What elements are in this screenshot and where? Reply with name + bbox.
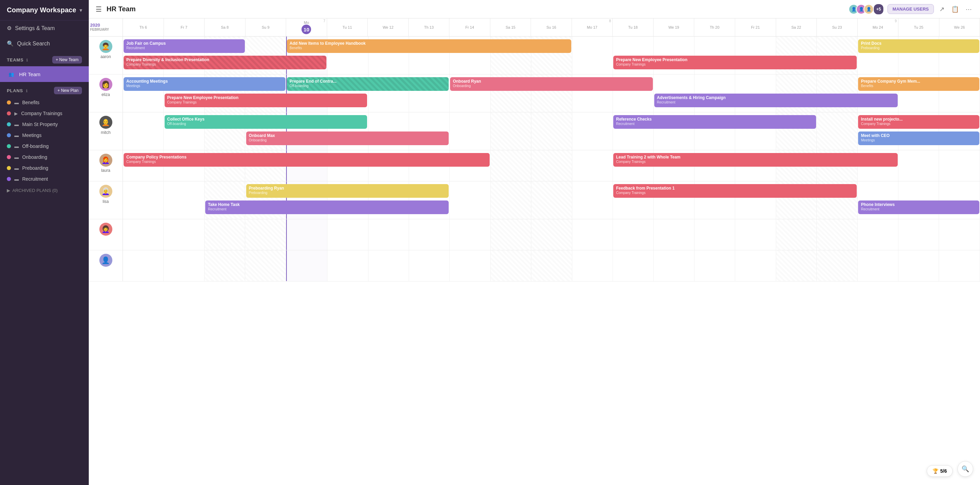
- plan-item-off-boarding[interactable]: ▬ Off-boarding: [0, 141, 89, 152]
- task-sub-eliza-4: Company Trainings: [167, 100, 365, 104]
- task-lisa-1[interactable]: Feedback from Presentation 1Company Trai…: [613, 184, 857, 198]
- task-label-lisa-3: Phone Interviews: [861, 202, 895, 207]
- task-eliza-3[interactable]: Prepare Company Gym Mem...Benefits: [858, 77, 979, 91]
- task-lisa-2[interactable]: Take Home TaskRecruitment: [205, 200, 449, 214]
- task-sub-eliza-1: Off-boarding: [290, 84, 446, 88]
- task-aaron-2[interactable]: Print DocsPreboarding: [858, 39, 979, 53]
- task-eliza-5[interactable]: Advertisements & Hiring CampaignRecruitm…: [654, 94, 898, 107]
- search-icon: 🔍: [7, 40, 14, 47]
- new-team-button[interactable]: + New Team: [52, 56, 82, 64]
- task-aaron-0[interactable]: Job Fair on CampusRecruitment: [124, 39, 245, 53]
- user-cell-aaron: 🧑‍🦱 aaron: [89, 37, 123, 74]
- task-sub-laura-0: Company Trainings: [126, 160, 487, 164]
- avatar-3: 👤: [864, 4, 874, 14]
- plan-dot-off-boarding: [7, 144, 11, 148]
- task-label-mitch-0: Collect Office Keys: [167, 117, 205, 122]
- team-name-hr: HR Team: [19, 72, 40, 77]
- task-aaron-3[interactable]: Prepare Diversity & Inclusion Presentati…: [124, 56, 326, 69]
- user-cell-mitch: 🧑‍🦲 mitch: [89, 112, 123, 150]
- plan-dot-recruitment: [7, 177, 11, 181]
- share-button[interactable]: ↗: [938, 4, 946, 14]
- task-label-laura-1: Lead Training 2 with Whole Team: [616, 155, 680, 159]
- plan-item-meetings[interactable]: ▬ Meetings: [0, 130, 89, 141]
- col-header-15: Sa 15: [490, 18, 531, 36]
- task-mitch-3[interactable]: Onboard MaxOnboarding: [246, 132, 449, 145]
- task-sub-mitch-3: Onboarding: [249, 138, 446, 142]
- plans-list: ▬ Benefits ▶ Company Trainings ▬ Main St…: [0, 97, 89, 184]
- task-sub-eliza-5: Recruitment: [657, 100, 895, 104]
- col-header-17: 8Mo 17: [572, 18, 613, 36]
- user-name-mitch: mitch: [101, 130, 111, 135]
- archived-plans[interactable]: ▶ ARCHIVED PLANS (0): [0, 184, 89, 196]
- menu-icon[interactable]: ☰: [95, 5, 102, 13]
- task-label-lisa-2: Take Home Task: [208, 202, 240, 207]
- notification-button[interactable]: 📋: [950, 4, 960, 14]
- task-label-eliza-2: Onboard Ryan: [453, 79, 481, 84]
- calendar-header-spacer: 2020 FEBRUARY: [89, 18, 123, 36]
- plan-label-onboarding: Onboarding: [22, 154, 47, 160]
- task-sub-lisa-3: Recruitment: [861, 207, 977, 211]
- task-sub-eliza-3: Benefits: [861, 84, 977, 88]
- sidebar-item-search[interactable]: 🔍 Quick Search: [0, 36, 89, 51]
- plan-item-benefits[interactable]: ▬ Benefits: [0, 97, 89, 108]
- col-header-26: We 26: [939, 18, 980, 36]
- plan-item-company-trainings[interactable]: ▶ Company Trainings: [0, 108, 89, 119]
- workspace-title[interactable]: Company Workspace ▾: [0, 0, 89, 21]
- task-mitch-4[interactable]: Meet with CEOMeetings: [858, 132, 979, 145]
- task-lisa-3[interactable]: Phone InterviewsRecruitment: [858, 200, 979, 214]
- task-mitch-0[interactable]: Collect Office KeysOff-boarding: [165, 115, 368, 129]
- plan-label-company-trainings: Company Trainings: [21, 111, 62, 116]
- task-sub-eliza-0: Meetings: [126, 84, 283, 88]
- plan-dot-main-st: [7, 122, 11, 126]
- plan-item-preboarding[interactable]: ▬ Preboarding: [0, 162, 89, 173]
- plan-item-onboarding[interactable]: ▬ Onboarding: [0, 152, 89, 162]
- task-laura-0[interactable]: Company Policy PresentationsCompany Trai…: [124, 153, 490, 167]
- team-item-hr[interactable]: 👥 HR Team: [0, 66, 89, 82]
- workspace-name: Company Workspace: [7, 6, 76, 14]
- task-aaron-1[interactable]: Add New Items to Employee HandbookBenefi…: [287, 39, 571, 53]
- task-sub-aaron-4: Company Trainings: [616, 62, 854, 66]
- task-sub-lisa-0: Preboarding: [249, 191, 446, 195]
- new-plan-button[interactable]: + New Plan: [54, 87, 82, 94]
- topbar-left: ☰ HR Team: [95, 5, 135, 13]
- plan-label-off-boarding: Off-boarding: [22, 143, 49, 149]
- plan-dot-meetings: [7, 133, 11, 137]
- cal-row-extra2: 👤: [89, 250, 980, 281]
- search-badge-button[interactable]: 🔍: [958, 461, 973, 477]
- task-lisa-0[interactable]: Preboarding RyanPreboarding: [246, 184, 449, 198]
- calendar-area[interactable]: 2020 FEBRUARY Th 6Fr 7Sa 8Su 97Mo 10Tu 1…: [89, 18, 980, 485]
- main-content: ☰ HR Team 👤 👤 👤 +5 MANAGE USERS ↗ 📋 ⋯ 20…: [89, 0, 980, 485]
- user-cell-extra1: 👩‍🦱: [89, 219, 123, 250]
- task-label-eliza-1: Prepare End of Contra...: [290, 79, 336, 84]
- cal-row-mitch: 🧑‍🦲 mitch Collect Office KeysOff-boardin…: [89, 112, 980, 150]
- task-aaron-4[interactable]: Prepare New Employee PresentationCompany…: [613, 56, 857, 69]
- task-eliza-4[interactable]: Prepare New Employee PresentationCompany…: [165, 94, 368, 107]
- plan-item-recruitment[interactable]: ▬ Recruitment: [0, 173, 89, 184]
- col-header-19: We 19: [654, 18, 695, 36]
- col-header-11: Tu 11: [327, 18, 368, 36]
- col-header-16: Su 16: [531, 18, 572, 36]
- task-eliza-0[interactable]: Accounting MeetingsMeetings: [124, 77, 285, 91]
- task-sub-laura-1: Company Trainings: [616, 160, 895, 164]
- manage-users-button[interactable]: MANAGE USERS: [888, 4, 934, 14]
- task-sub-mitch-2: Company Trainings: [861, 122, 977, 126]
- task-label-aaron-3: Prepare Diversity & Inclusion Presentati…: [126, 57, 209, 62]
- sidebar-item-settings[interactable]: ⚙ Settings & Team: [0, 21, 89, 36]
- task-eliza-2[interactable]: Onboard RyanOnboarding: [450, 77, 653, 91]
- task-eliza-1[interactable]: Prepare End of Contra...Off-boarding: [287, 77, 449, 91]
- task-label-aaron-1: Add New Items to Employee Handbook: [290, 41, 366, 46]
- topbar: ☰ HR Team 👤 👤 👤 +5 MANAGE USERS ↗ 📋 ⋯: [89, 0, 980, 18]
- task-mitch-2[interactable]: Install new projecto...Company Trainings: [858, 115, 979, 129]
- task-label-aaron-2: Print Docs: [861, 41, 881, 46]
- tasks-area-eliza: Accounting MeetingsMeetingsPrepare End o…: [123, 75, 980, 112]
- task-mitch-1[interactable]: Reference ChecksRecruitment: [613, 115, 816, 129]
- chevron-right-icon: ▶: [7, 188, 10, 193]
- task-label-aaron-0: Job Fair on Campus: [126, 41, 165, 46]
- calendar-header-cols: Th 6Fr 7Sa 8Su 97Mo 10Tu 11We 12Th 13Fr …: [123, 18, 980, 36]
- plan-item-main-st[interactable]: ▬ Main St Property: [0, 119, 89, 130]
- more-button[interactable]: ⋯: [964, 4, 973, 14]
- cal-row-lisa: 👩‍🦳 lisa Preboarding RyanPreboardingFeed…: [89, 181, 980, 219]
- task-laura-1[interactable]: Lead Training 2 with Whole TeamCompany T…: [613, 153, 898, 167]
- year-label: 2020: [89, 21, 123, 28]
- task-label-laura-0: Company Policy Presentations: [126, 155, 186, 159]
